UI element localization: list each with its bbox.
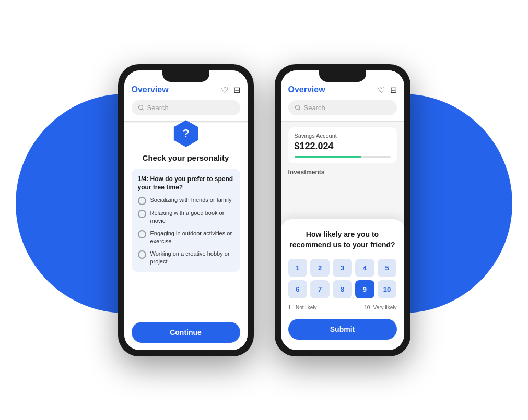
num-btn-7[interactable]: 7	[310, 280, 330, 298]
hexagon-badge: ?	[170, 118, 202, 149]
num-btn-5[interactable]: 5	[378, 259, 397, 277]
num-btn-6[interactable]: 6	[288, 280, 308, 298]
progress-bar-fill	[295, 156, 362, 158]
submit-button[interactable]: Submit	[288, 319, 397, 340]
radio-1[interactable]	[138, 197, 146, 205]
radio-2[interactable]	[138, 210, 146, 218]
heart-icon: ♡	[221, 85, 228, 95]
num-btn-10[interactable]: 10	[378, 280, 397, 298]
question-number: 1/4: How do you prefer to spend your fre…	[138, 175, 234, 193]
search-icon-2	[295, 104, 301, 111]
phone-1-header-icons: ♡ ⊟	[221, 85, 240, 95]
option-1-text: Socializing with friends or family	[150, 196, 232, 204]
svg-line-1	[142, 109, 143, 110]
phone-2-notch	[319, 70, 366, 82]
num-btn-2[interactable]: 2	[310, 259, 330, 277]
heart-icon-2: ♡	[378, 85, 385, 95]
radio-4[interactable]	[138, 250, 146, 259]
option-2-text: Relaxing with a good book or movie	[150, 209, 234, 225]
progress-bar	[295, 156, 391, 158]
num-btn-9[interactable]: 9	[355, 280, 374, 298]
account-amount: $122.024	[295, 141, 391, 152]
scale-label-left: 1 - Not likely	[288, 305, 317, 310]
svg-line-5	[299, 109, 300, 110]
continue-button[interactable]: Continue	[132, 322, 240, 343]
phone-2-search-bar: Search	[281, 100, 404, 121]
scale-labels: 1 - Not likely 10- Very likely	[288, 305, 397, 310]
personality-title: Check your personality	[143, 153, 229, 162]
scene: Overview ♡ ⊟ Search	[0, 0, 528, 420]
option-2[interactable]: Relaxing with a good book or movie	[138, 209, 234, 225]
phones-container: Overview ♡ ⊟ Search	[118, 64, 410, 356]
phone-2-top: Savings Account $122.024 Investments	[281, 123, 404, 181]
option-4[interactable]: Working on a creative hobby or project	[138, 250, 234, 266]
hexagon-svg: ?	[170, 118, 202, 149]
option-4-text: Working on a creative hobby or project	[150, 250, 234, 266]
radio-3[interactable]	[138, 230, 146, 238]
phone-1-title: Overview	[132, 85, 169, 94]
investments-label: Investments	[288, 165, 397, 177]
phone-2-inner: Overview ♡ ⊟ Search	[281, 70, 404, 350]
num-btn-1[interactable]: 1	[288, 259, 308, 277]
option-3-text: Engaging in outdoor activities or exerci…	[150, 230, 234, 246]
option-3[interactable]: Engaging in outdoor activities or exerci…	[138, 230, 234, 246]
phone-2: Overview ♡ ⊟ Search	[275, 64, 410, 356]
account-label: Savings Account	[295, 133, 391, 139]
bottom-sheet: How likely are you to recommend us to yo…	[281, 219, 404, 350]
phone-1-search-text: Search	[147, 104, 169, 112]
calendar-icon-2: ⊟	[390, 85, 397, 95]
number-grid: 1 2 3 4 5 6 7 8 9 10	[288, 259, 397, 298]
phone-1-notch	[162, 70, 209, 82]
phone-2-divider	[281, 121, 404, 122]
account-card: Savings Account $122.024	[288, 127, 397, 163]
phone-2-screen: Overview ♡ ⊟ Search	[281, 70, 404, 350]
question-card: 1/4: How do you prefer to spend your fre…	[132, 169, 240, 272]
phone-1-screen: Overview ♡ ⊟ Search	[124, 70, 248, 350]
scale-label-right: 10- Very likely	[364, 305, 396, 310]
num-btn-3[interactable]: 3	[333, 259, 352, 277]
svg-text:?: ?	[182, 126, 190, 139]
num-btn-8[interactable]: 8	[333, 280, 352, 298]
phone-1-search-input[interactable]: Search	[132, 100, 240, 115]
phone-2-header-icons: ♡ ⊟	[378, 85, 397, 95]
phone-2-title: Overview	[288, 85, 325, 94]
sheet-title: How likely are you to recommend us to yo…	[288, 230, 397, 250]
phone-2-search-input[interactable]: Search	[288, 100, 397, 115]
phone-2-search-text: Search	[304, 104, 325, 112]
option-1[interactable]: Socializing with friends or family	[138, 196, 234, 205]
phone-1: Overview ♡ ⊟ Search	[118, 64, 254, 356]
num-btn-4[interactable]: 4	[355, 259, 374, 277]
phone-1-content: ? Check your personality 1/4: How do you…	[124, 123, 248, 350]
search-icon	[138, 104, 144, 111]
phone-1-inner: Overview ♡ ⊟ Search	[124, 70, 248, 350]
calendar-icon: ⊟	[233, 85, 240, 95]
